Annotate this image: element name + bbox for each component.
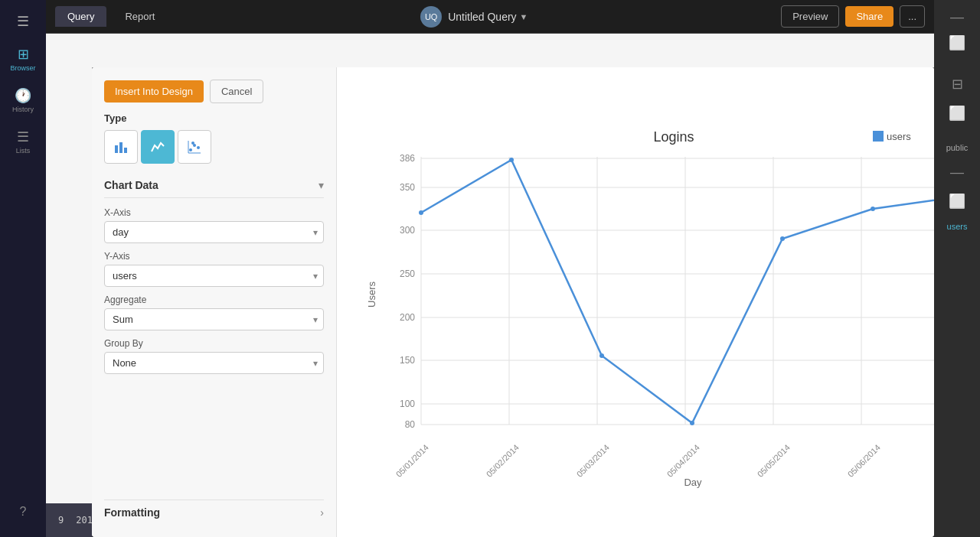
data-point-1	[509, 158, 514, 162]
tab-report[interactable]: Report	[113, 6, 167, 27]
y-axis-label: Users	[366, 282, 377, 308]
lists-label: Lists	[16, 147, 31, 155]
data-point-3	[690, 421, 694, 425]
group-by-group: Group By None day users ▾	[104, 338, 324, 374]
insert-into-design-button[interactable]: Insert Into Design	[104, 80, 204, 103]
row-num: 9	[58, 515, 64, 526]
topbar: Query Report UQ Untitled Query ▼ Preview…	[46, 0, 934, 34]
browser-label: Browser	[10, 64, 35, 72]
x-axis-wrapper: day date month ▾	[104, 221, 324, 243]
svg-text:300: 300	[400, 225, 415, 236]
chart-area: ✕ Logins users Users	[337, 67, 934, 537]
minimize-icon[interactable]: —	[947, 6, 967, 28]
aggregate-label: Aggregate	[104, 295, 324, 305]
chart-data-label: Chart Data	[104, 179, 158, 191]
formatting-header[interactable]: Formatting ›	[104, 500, 324, 525]
svg-point-6	[191, 142, 194, 145]
bar-chart-icon	[113, 139, 129, 155]
main-content: Query Report UQ Untitled Query ▼ Preview…	[46, 0, 934, 537]
browser-icon: ⊞	[18, 46, 29, 63]
sidebar-expand-icon[interactable]: ⬜	[946, 190, 969, 213]
chart-data-section: Chart Data ▾ X-Axis day	[104, 173, 324, 374]
data-point-2	[599, 353, 604, 358]
more-options-button[interactable]: ...	[900, 5, 925, 28]
left-panel: Insert Into Design Cancel Type	[92, 67, 337, 537]
scatter-chart-icon	[187, 139, 202, 155]
x-label-4: 05/05/2014	[756, 443, 792, 479]
legend-label: users	[887, 131, 911, 142]
svg-text:200: 200	[400, 312, 415, 323]
y-axis-label: Y-Axis	[104, 251, 324, 262]
scatter-chart-button[interactable]	[178, 130, 211, 164]
svg-rect-0	[115, 145, 118, 153]
x-label-2: 05/03/2014	[575, 443, 611, 479]
sidebar-item-history[interactable]: 🕐 History	[0, 81, 46, 119]
sidebar-item-browser[interactable]: ⊞ Browser	[0, 40, 46, 78]
x-axis-title: Day	[684, 477, 702, 488]
hamburger-icon[interactable]: ☰	[17, 13, 29, 30]
x-label-5: 05/06/2014	[846, 443, 882, 479]
type-label: Type	[104, 112, 324, 124]
line-chart-button[interactable]	[141, 130, 175, 164]
sidebar-item-lists[interactable]: ☰ Lists	[0, 122, 46, 161]
aggregate-group: Aggregate Sum Count Average Min Max	[104, 295, 324, 330]
x-label-1: 05/02/2014	[485, 443, 521, 479]
data-point-4	[780, 236, 785, 241]
line-chart-svg: Logins users Users	[360, 119, 934, 486]
svg-text:100: 100	[400, 399, 415, 409]
type-section: Type	[104, 112, 324, 164]
preview-button[interactable]: Preview	[781, 5, 839, 28]
data-point-0	[419, 210, 423, 215]
x-axis-select[interactable]: day date month	[104, 221, 324, 243]
aggregate-select[interactable]: Sum Count Average Min Max	[104, 308, 324, 330]
query-title-container: Untitled Query ▼	[448, 11, 528, 23]
group-by-label: Group By	[104, 338, 324, 349]
cancel-button[interactable]: Cancel	[210, 80, 263, 103]
chart-title: Logins	[653, 129, 694, 145]
topbar-center: UQ Untitled Query ▼	[173, 6, 775, 28]
maximize-icon[interactable]: ⬜	[946, 31, 969, 54]
formatting-section: Formatting ›	[104, 500, 324, 525]
grid-icon[interactable]: ⬜	[946, 102, 969, 125]
right-sidebar: — ⬜ ⊟ ⬜ public — ⬜ users	[934, 0, 980, 537]
modal-actions: Insert Into Design Cancel	[104, 80, 324, 103]
chart-line	[421, 160, 934, 423]
topbar-actions: Preview Share ...	[781, 5, 925, 28]
y-axis-select[interactable]: users logins count	[104, 265, 324, 287]
bar-chart-button[interactable]	[104, 130, 138, 164]
chart-data-header[interactable]: Chart Data ▾	[104, 173, 324, 198]
svg-rect-1	[119, 142, 122, 153]
x-label-0: 05/01/2014	[394, 443, 430, 479]
svg-point-3	[189, 148, 192, 151]
svg-point-5	[197, 146, 200, 149]
sidebar-top: ☰	[0, 6, 46, 37]
tab-query[interactable]: Query	[55, 6, 106, 27]
svg-text:250: 250	[400, 268, 415, 279]
x-axis-label: X-Axis	[104, 207, 324, 218]
svg-text:150: 150	[400, 355, 415, 366]
modal-overlay: Insert Into Design Cancel Type	[92, 67, 934, 537]
line-chart-icon	[150, 139, 165, 155]
chevron-right-icon: ›	[320, 506, 324, 519]
users-indicator: users	[947, 222, 968, 231]
share-button[interactable]: Share	[845, 6, 893, 27]
type-buttons	[104, 130, 324, 164]
svg-text:386: 386	[400, 153, 415, 164]
chart-fields: X-Axis day date month ▾	[104, 198, 324, 374]
lists-icon: ☰	[17, 129, 29, 145]
x-axis-group: X-Axis day date month ▾	[104, 207, 324, 243]
layout-icon[interactable]: ⊟	[949, 73, 966, 96]
group-by-select[interactable]: None day users	[104, 352, 324, 374]
svg-rect-2	[124, 148, 127, 153]
chart-modal: Insert Into Design Cancel Type	[92, 67, 934, 537]
legend-color	[873, 131, 884, 142]
help-icon[interactable]: ?	[20, 505, 27, 518]
data-point-5	[871, 207, 875, 211]
svg-text:80: 80	[405, 419, 416, 430]
svg-text:350: 350	[400, 182, 415, 193]
history-icon: 🕐	[15, 87, 31, 104]
group-by-wrapper: None day users ▾	[104, 352, 324, 374]
sidebar-minimize-icon[interactable]: —	[947, 161, 967, 184]
chevron-down-icon: ▾	[318, 179, 324, 191]
dropdown-icon[interactable]: ▼	[520, 12, 528, 21]
